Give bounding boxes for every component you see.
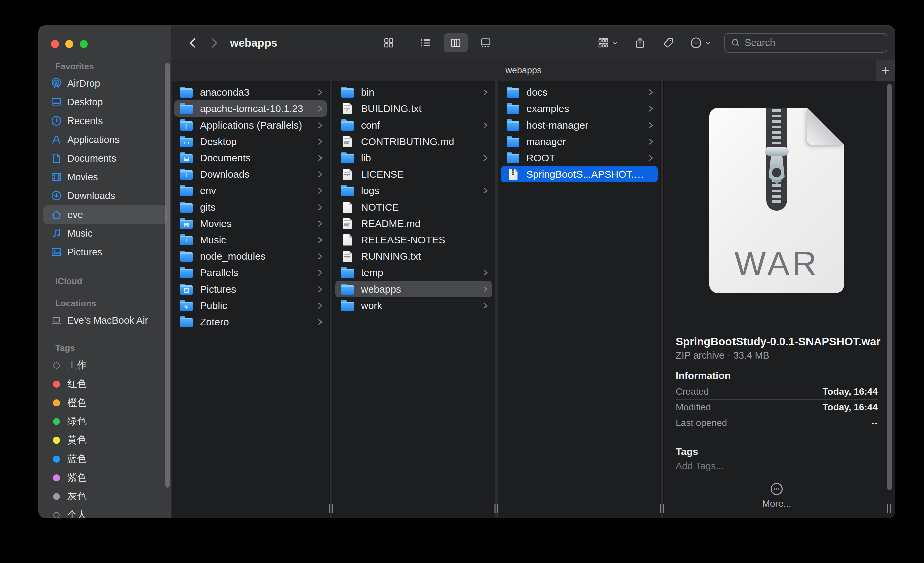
sidebar-item[interactable]: Documents (43, 149, 167, 168)
file-row[interactable]: env (174, 183, 327, 199)
list-view-button[interactable] (417, 36, 434, 49)
minimize-button[interactable] (65, 40, 74, 48)
chevron-right-icon (648, 154, 654, 162)
forward-button[interactable] (207, 36, 220, 49)
file-row[interactable]: ▤ Documents (174, 150, 327, 166)
file-row[interactable]: logs (336, 183, 492, 199)
file-row[interactable]: node_modules (174, 248, 327, 264)
pane-resize-handle[interactable] (887, 505, 891, 513)
column-divider[interactable] (660, 81, 663, 518)
file-icon: TXT (341, 251, 354, 262)
column-resize-handle[interactable] (660, 505, 664, 513)
file-row[interactable]: webapps (336, 281, 492, 297)
file-row[interactable]: bin (336, 84, 492, 100)
file-row[interactable]: anaconda3 (174, 84, 327, 100)
search-input[interactable] (744, 37, 881, 48)
file-row[interactable]: docs (501, 84, 657, 100)
share-button[interactable] (633, 36, 647, 49)
sidebar-item[interactable]: eve (43, 205, 167, 224)
more-actions-button[interactable] (690, 36, 712, 49)
tag-label: 黄色 (67, 433, 87, 447)
file-row[interactable]: apache-tomcat-10.1.23 (174, 100, 327, 117)
file-row[interactable]: TXT BUILDING.txt (336, 100, 492, 117)
sidebar-item-tag[interactable]: 紫色 (43, 468, 167, 487)
sidebar-item[interactable]: Applications (43, 130, 167, 149)
file-row[interactable]: TXT RUNNING.txt (336, 248, 492, 264)
sidebar-item[interactable]: Recents (43, 111, 167, 130)
file-row[interactable]: ∥ Applications (Parallels) (174, 117, 327, 133)
sidebar-item-tag[interactable]: 绿色 (43, 412, 167, 431)
sidebar-item[interactable]: Pictures (43, 243, 167, 261)
sidebar-item[interactable]: Desktop (43, 93, 167, 111)
sidebar-item-tag[interactable]: 红色 (43, 374, 167, 393)
chevron-right-icon (318, 88, 323, 97)
sidebar-item-tag[interactable]: 灰色 (43, 487, 167, 506)
file-row[interactable]: conf (336, 117, 492, 133)
file-row[interactable]: temp (336, 264, 492, 281)
file-row[interactable]: MD README.md (336, 215, 492, 232)
sidebar-item[interactable]: Downloads (43, 186, 167, 205)
file-row[interactable]: work (336, 297, 492, 314)
close-button[interactable] (51, 40, 59, 48)
file-row[interactable]: ROOT (501, 150, 657, 166)
file-row[interactable]: SpringBootS...APSHOT.war (501, 166, 657, 183)
sidebar-scrollbar[interactable] (165, 63, 170, 488)
add-tags-field[interactable]: Add Tags... (676, 460, 878, 472)
file-row[interactable]: ◈ Public (174, 297, 327, 314)
chevron-right-icon (318, 170, 323, 179)
info-value: Today, 16:44 (822, 386, 878, 397)
file-row[interactable]: TXT LICENSE (336, 166, 492, 183)
new-tab-button[interactable] (876, 60, 894, 81)
file-row[interactable]: ▦ Movies (174, 215, 327, 232)
file-row[interactable]: Zotero (174, 314, 327, 330)
sidebar-item[interactable]: Music (43, 224, 167, 243)
sidebar-item-tag[interactable]: 橙色 (43, 393, 167, 412)
column-resize-handle[interactable] (495, 505, 498, 513)
tag-dot-icon (51, 474, 62, 481)
back-button[interactable] (186, 36, 200, 49)
column-divider[interactable] (329, 81, 333, 518)
tag-label: 灰色 (67, 490, 87, 503)
more-button[interactable]: More... (762, 499, 791, 509)
folder-glyph-icon (341, 269, 354, 278)
file-row[interactable]: examples (501, 100, 657, 117)
sidebar-item-location[interactable]: Eve’s MacBook Air (43, 311, 167, 330)
sidebar-item[interactable]: Movies (43, 168, 167, 186)
sidebar-item-icon (51, 171, 62, 183)
vertical-scrollbar[interactable] (887, 84, 891, 490)
column-view-button[interactable] (444, 33, 468, 52)
group-button[interactable] (597, 37, 619, 49)
tag-button[interactable] (662, 36, 675, 49)
file-row[interactable]: host-manager (501, 117, 657, 133)
ellipsis-circle-icon[interactable] (770, 482, 784, 496)
file-icon (180, 185, 193, 196)
search-field[interactable] (724, 33, 887, 52)
zoom-button[interactable] (80, 40, 88, 48)
file-row[interactable]: ↓ Downloads (174, 166, 327, 183)
file-row[interactable]: ♪ Music (174, 232, 327, 248)
file-name: LICENSE (361, 169, 479, 180)
file-row[interactable]: gits (174, 199, 327, 215)
file-row[interactable]: manager (501, 133, 657, 150)
file-name: Public (200, 300, 314, 311)
sidebar-item[interactable]: AirDrop (43, 74, 167, 93)
file-name: env (200, 185, 314, 196)
file-row[interactable]: NOTICE (336, 199, 492, 215)
file-row[interactable]: lib (336, 150, 492, 166)
sidebar-item-tag[interactable]: 蓝色 (43, 449, 167, 468)
file-row[interactable]: ▭ Desktop (174, 133, 327, 150)
file-row[interactable]: ▨ Pictures (174, 281, 327, 297)
tab-webapps[interactable]: webapps (172, 60, 875, 81)
file-row[interactable]: MD CONTRIBUTING.md (336, 133, 492, 150)
chevron-right-icon (318, 137, 323, 146)
file-row[interactable]: Parallels (174, 264, 327, 281)
file-name: RUNNING.txt (361, 251, 479, 262)
sidebar-item-tag[interactable]: 黄色 (43, 431, 167, 449)
column-divider[interactable] (495, 81, 498, 518)
column-resize-handle[interactable] (329, 505, 333, 513)
grid-view-button[interactable] (381, 36, 397, 49)
sidebar-item-tag[interactable]: 个人 (43, 506, 167, 518)
gallery-view-button[interactable] (478, 36, 494, 49)
sidebar-item-tag[interactable]: 工作 (43, 356, 167, 374)
file-row[interactable]: RELEASE-NOTES (336, 232, 492, 248)
